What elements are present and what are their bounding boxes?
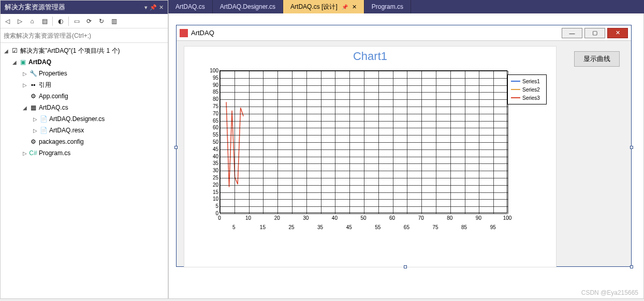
collapse-icon[interactable]: ↻ [97,17,106,26]
tree-properties[interactable]: ▷🔧 Properties [1,68,168,79]
tree-references[interactable]: ▷▪▪ 引用 [1,79,168,91]
watermark: CSDN @Eya215665 [581,289,638,296]
chart-y-labels: 0510152025303540455055606570758085909510… [204,67,218,215]
form-titlebar: ArtDAQ — ▢ ✕ [177,25,631,41]
chart-title: Chart1 [184,50,556,63]
tab-strip: ArtDAQ.cs ArtDAQ.Designer.cs ArtDAQ.cs [… [168,0,644,13]
search-box[interactable] [1,28,168,43]
show-curve-button[interactable]: 显示曲线 [574,51,620,67]
minimize-button[interactable]: — [562,28,582,38]
tree-packages[interactable]: ⚙ packages.config [1,136,168,147]
chart-plot [219,70,507,213]
tree-artdaq-cs[interactable]: ◢▦ ArtDAQ.cs [1,102,168,113]
close-tab-icon[interactable]: ✕ [352,4,357,10]
tab-program-cs[interactable]: Program.cs [364,0,411,13]
nav-fwd-icon[interactable]: ▷ [15,17,24,26]
chart-control[interactable]: Chart1 051015202530354045505560657075808… [184,46,557,267]
solution-explorer-panel: 解决方案资源管理器 ▾ 📌 ✕ ◁ ▷ ⌂ ▤ ◐ ▭ ⟳ ↻ ▥ ◢☑ 解决方… [0,0,168,299]
tab-artdaq-designer-cs[interactable]: ArtDAQ.Designer.cs [213,0,283,13]
form-icon [180,29,188,37]
panel-title: 解决方案资源管理器 [5,3,65,12]
close-button[interactable]: ✕ [607,28,628,38]
form-window[interactable]: ArtDAQ — ▢ ✕ Chart1 05101520253035404550… [176,25,632,267]
refresh-icon[interactable]: ⟳ [84,17,94,26]
tree-project[interactable]: ◢▣ ArtDAQ [1,56,168,68]
cs-file-icon: C# [28,149,38,157]
form-body: Chart1 051015202530354045505560657075808… [177,41,631,266]
solution-toolbar: ◁ ▷ ⌂ ▤ ◐ ▭ ⟳ ↻ ▥ [1,14,168,28]
search-input[interactable] [4,32,165,39]
panel-pin-icon[interactable]: 📌 [150,4,157,11]
tab-artdaq-cs[interactable]: ArtDAQ.cs [168,0,213,13]
tree-artdaq-designer[interactable]: ▷📄 ArtDAQ.Designer.cs [1,113,168,125]
panel-menu-icon[interactable]: ▾ [144,4,148,11]
tree-artdaq-resx[interactable]: ▷📄 ArtDAQ.resx [1,125,168,136]
form-icon: ▦ [28,104,38,111]
maximize-button[interactable]: ▢ [584,28,605,38]
tree-program[interactable]: ▷C# Program.cs [1,147,168,159]
config-icon: ⚙ [28,138,38,145]
tree-solution-root[interactable]: ◢☑ 解决方案"ArtDAQ"(1 个项目/共 1 个) [1,45,168,56]
panel-close-icon[interactable]: ✕ [159,4,164,11]
nav-back-icon[interactable]: ◁ [3,17,12,26]
properties-icon[interactable]: ▥ [109,17,119,26]
show-all-icon[interactable]: ▭ [72,17,81,26]
panel-title-bar: 解决方案资源管理器 ▾ 📌 ✕ [1,1,168,14]
scope-icon[interactable]: ◐ [56,17,65,26]
config-icon: ⚙ [28,93,38,100]
cs-icon: 📄 [39,115,48,123]
references-icon: ▪▪ [28,81,38,88]
csproj-icon: ▣ [18,58,27,66]
sync-icon[interactable]: ▤ [40,17,49,26]
wrench-icon: 🔧 [28,70,38,77]
tab-artdaq-design[interactable]: ArtDAQ.cs [设计] 📌 ✕ [283,0,364,13]
pin-icon[interactable]: 📌 [342,4,348,10]
solution-tree: ◢☑ 解决方案"ArtDAQ"(1 个项目/共 1 个) ◢▣ ArtDAQ ▷… [1,43,168,298]
solution-icon: ☑ [10,47,19,54]
resx-icon: 📄 [39,127,48,134]
designer-surface[interactable]: ArtDAQ — ▢ ✕ Chart1 05101520253035404550… [168,13,644,299]
editor-area: ArtDAQ.cs ArtDAQ.Designer.cs ArtDAQ.cs [… [168,0,644,299]
home-icon[interactable]: ⌂ [27,17,37,26]
form-title: ArtDAQ [191,29,560,37]
chart-legend: Series1Series2Series3 [507,74,547,104]
tree-appconfig[interactable]: ⚙ App.config [1,91,168,102]
